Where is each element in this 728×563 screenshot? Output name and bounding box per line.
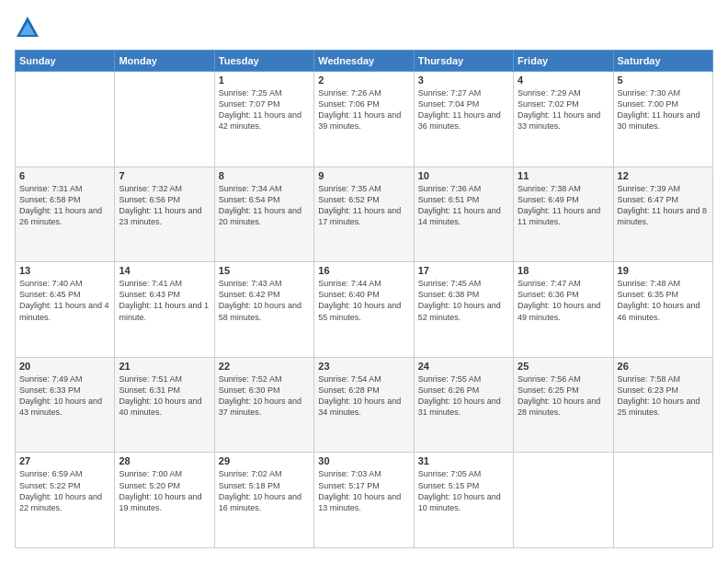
calendar-cell: 13Sunrise: 7:40 AM Sunset: 6:45 PM Dayli… [16,262,115,358]
day-number: 8 [219,170,310,181]
calendar-cell: 18Sunrise: 7:47 AM Sunset: 6:36 PM Dayli… [514,262,613,358]
day-info: Sunrise: 7:02 AM Sunset: 5:18 PM Dayligh… [219,468,310,513]
calendar-cell: 27Sunrise: 6:59 AM Sunset: 5:22 PM Dayli… [16,453,115,548]
calendar-cell: 25Sunrise: 7:56 AM Sunset: 6:25 PM Dayli… [514,357,613,453]
logo-icon [15,15,40,40]
day-info: Sunrise: 7:55 AM Sunset: 6:26 PM Dayligh… [418,373,509,419]
day-number: 24 [418,361,509,372]
calendar-week-1: 1Sunrise: 7:25 AM Sunset: 7:07 PM Daylig… [16,72,713,167]
calendar-cell: 28Sunrise: 7:00 AM Sunset: 5:20 PM Dayli… [115,453,214,548]
day-number: 10 [418,170,509,181]
calendar-cell: 4Sunrise: 7:29 AM Sunset: 7:02 PM Daylig… [514,72,613,167]
calendar-cell: 9Sunrise: 7:35 AM Sunset: 6:52 PM Daylig… [314,167,414,262]
calendar-cell: 12Sunrise: 7:39 AM Sunset: 6:47 PM Dayli… [613,167,712,262]
day-number: 29 [219,455,310,466]
day-info: Sunrise: 7:00 AM Sunset: 5:20 PM Dayligh… [119,468,210,513]
day-header-sunday: Sunday [16,51,115,72]
day-info: Sunrise: 7:27 AM Sunset: 7:04 PM Dayligh… [418,87,509,132]
calendar-cell [115,72,214,167]
day-number: 25 [518,361,609,372]
day-info: Sunrise: 7:31 AM Sunset: 6:58 PM Dayligh… [19,183,110,228]
calendar-cell [16,72,115,167]
day-info: Sunrise: 7:44 AM Sunset: 6:40 PM Dayligh… [318,278,409,323]
day-info: Sunrise: 7:41 AM Sunset: 6:43 PM Dayligh… [119,278,210,323]
day-info: Sunrise: 7:52 AM Sunset: 6:30 PM Dayligh… [219,373,310,419]
day-info: Sunrise: 7:30 AM Sunset: 7:00 PM Dayligh… [618,87,709,132]
day-info: Sunrise: 7:35 AM Sunset: 6:52 PM Dayligh… [318,183,409,228]
day-info: Sunrise: 7:40 AM Sunset: 6:45 PM Dayligh… [19,278,110,323]
day-number: 4 [518,75,609,86]
calendar-cell: 7Sunrise: 7:32 AM Sunset: 6:56 PM Daylig… [115,167,214,262]
day-number: 2 [318,75,409,86]
calendar: SundayMondayTuesdayWednesdayThursdayFrid… [15,50,713,548]
day-number: 5 [618,75,709,86]
calendar-cell: 22Sunrise: 7:52 AM Sunset: 6:30 PM Dayli… [214,357,313,453]
calendar-cell: 1Sunrise: 7:25 AM Sunset: 7:07 PM Daylig… [214,72,313,167]
calendar-cell: 29Sunrise: 7:02 AM Sunset: 5:18 PM Dayli… [214,453,313,548]
calendar-cell: 6Sunrise: 7:31 AM Sunset: 6:58 PM Daylig… [16,167,115,262]
calendar-cell: 5Sunrise: 7:30 AM Sunset: 7:00 PM Daylig… [613,72,712,167]
day-info: Sunrise: 7:38 AM Sunset: 6:49 PM Dayligh… [518,183,609,228]
day-number: 3 [418,75,509,86]
calendar-week-2: 6Sunrise: 7:31 AM Sunset: 6:58 PM Daylig… [16,167,713,262]
day-number: 16 [318,265,409,276]
day-info: Sunrise: 7:25 AM Sunset: 7:07 PM Dayligh… [219,87,310,132]
day-number: 15 [219,265,310,276]
day-number: 30 [318,455,409,466]
calendar-cell: 10Sunrise: 7:36 AM Sunset: 6:51 PM Dayli… [414,167,513,262]
day-number: 22 [219,361,310,372]
day-info: Sunrise: 7:43 AM Sunset: 6:42 PM Dayligh… [219,278,310,323]
calendar-cell [514,453,613,548]
day-header-saturday: Saturday [613,51,712,72]
calendar-cell [613,453,712,548]
day-header-tuesday: Tuesday [214,51,313,72]
calendar-cell: 21Sunrise: 7:51 AM Sunset: 6:31 PM Dayli… [115,357,214,453]
day-info: Sunrise: 7:48 AM Sunset: 6:35 PM Dayligh… [618,278,709,323]
day-number: 9 [318,170,409,181]
day-number: 13 [19,265,110,276]
calendar-cell: 17Sunrise: 7:45 AM Sunset: 6:38 PM Dayli… [414,262,513,358]
day-number: 19 [618,265,709,276]
calendar-cell: 16Sunrise: 7:44 AM Sunset: 6:40 PM Dayli… [314,262,414,358]
day-info: Sunrise: 7:32 AM Sunset: 6:56 PM Dayligh… [119,183,210,228]
day-info: Sunrise: 7:36 AM Sunset: 6:51 PM Dayligh… [418,183,509,228]
day-info: Sunrise: 7:26 AM Sunset: 7:06 PM Dayligh… [318,87,409,132]
calendar-header-row: SundayMondayTuesdayWednesdayThursdayFrid… [16,51,713,72]
day-number: 6 [19,170,110,181]
calendar-cell: 24Sunrise: 7:55 AM Sunset: 6:26 PM Dayli… [414,357,513,453]
day-number: 7 [119,170,210,181]
day-number: 12 [618,170,709,181]
day-header-friday: Friday [514,51,613,72]
day-number: 17 [418,265,509,276]
day-number: 1 [219,75,310,86]
day-info: Sunrise: 7:39 AM Sunset: 6:47 PM Dayligh… [618,183,709,228]
day-info: Sunrise: 7:54 AM Sunset: 6:28 PM Dayligh… [318,373,409,419]
calendar-cell: 2Sunrise: 7:26 AM Sunset: 7:06 PM Daylig… [314,72,414,167]
day-number: 26 [618,361,709,372]
day-info: Sunrise: 6:59 AM Sunset: 5:22 PM Dayligh… [19,468,110,513]
calendar-cell: 3Sunrise: 7:27 AM Sunset: 7:04 PM Daylig… [414,72,513,167]
day-info: Sunrise: 7:45 AM Sunset: 6:38 PM Dayligh… [418,278,509,323]
page: SundayMondayTuesdayWednesdayThursdayFrid… [0,0,728,563]
day-header-thursday: Thursday [414,51,513,72]
day-info: Sunrise: 7:34 AM Sunset: 6:54 PM Dayligh… [219,183,310,228]
day-number: 14 [119,265,210,276]
day-header-monday: Monday [115,51,214,72]
calendar-cell: 31Sunrise: 7:05 AM Sunset: 5:15 PM Dayli… [414,453,513,548]
day-number: 28 [119,455,210,466]
day-header-wednesday: Wednesday [314,51,414,72]
day-number: 20 [19,361,110,372]
calendar-cell: 15Sunrise: 7:43 AM Sunset: 6:42 PM Dayli… [214,262,313,358]
day-info: Sunrise: 7:03 AM Sunset: 5:17 PM Dayligh… [318,468,409,513]
day-info: Sunrise: 7:29 AM Sunset: 7:02 PM Dayligh… [518,87,609,132]
calendar-cell: 20Sunrise: 7:49 AM Sunset: 6:33 PM Dayli… [16,357,115,453]
calendar-week-3: 13Sunrise: 7:40 AM Sunset: 6:45 PM Dayli… [16,262,713,358]
day-info: Sunrise: 7:47 AM Sunset: 6:36 PM Dayligh… [518,278,609,323]
calendar-cell: 11Sunrise: 7:38 AM Sunset: 6:49 PM Dayli… [514,167,613,262]
day-info: Sunrise: 7:05 AM Sunset: 5:15 PM Dayligh… [418,468,509,513]
day-info: Sunrise: 7:51 AM Sunset: 6:31 PM Dayligh… [119,373,210,419]
day-info: Sunrise: 7:58 AM Sunset: 6:23 PM Dayligh… [618,373,709,419]
calendar-cell: 23Sunrise: 7:54 AM Sunset: 6:28 PM Dayli… [314,357,414,453]
calendar-cell: 19Sunrise: 7:48 AM Sunset: 6:35 PM Dayli… [613,262,712,358]
logo [15,15,44,40]
